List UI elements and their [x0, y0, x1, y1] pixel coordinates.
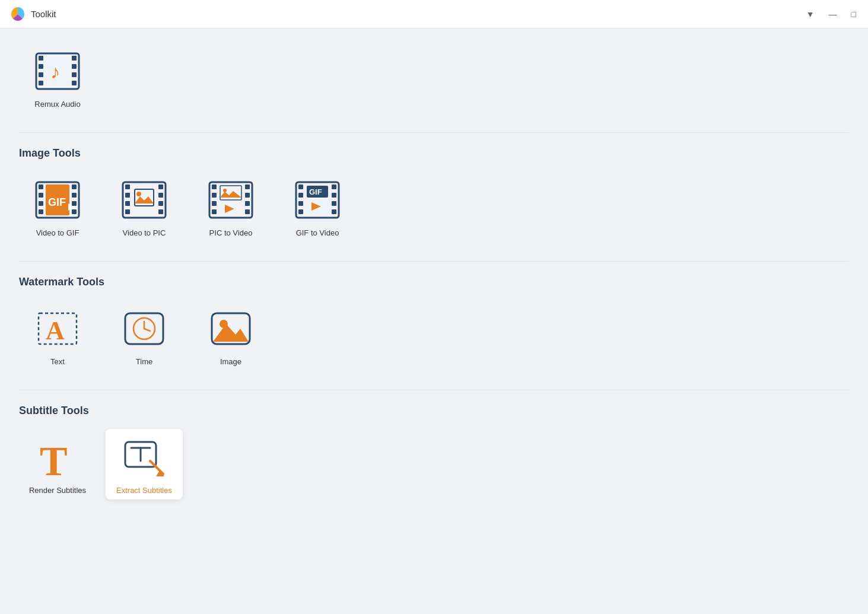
svg-rect-32 [158, 209, 163, 214]
pic-to-video-icon [207, 176, 255, 224]
svg-text:A: A [46, 316, 65, 345]
svg-rect-13 [39, 184, 43, 189]
audio-tools-grid: ♪ Remux Audio [19, 43, 849, 113]
watermark-text-icon: A [34, 305, 81, 352]
svg-rect-6 [72, 56, 77, 61]
video-to-pic-label: Video to PIC [123, 228, 166, 237]
svg-rect-55 [332, 193, 336, 198]
svg-rect-54 [332, 184, 336, 189]
watermark-tools-title: Watermark Tools [19, 276, 849, 288]
app-title: Toolkit [31, 9, 56, 19]
svg-rect-51 [298, 193, 303, 198]
tool-pic-to-video[interactable]: PIC to Video [192, 171, 269, 242]
svg-rect-27 [125, 201, 130, 206]
svg-rect-30 [158, 193, 163, 198]
remux-audio-label: Remux Audio [34, 100, 80, 109]
svg-rect-53 [298, 209, 303, 214]
svg-rect-40 [212, 209, 217, 214]
tool-remux-audio[interactable]: ♪ Remux Audio [19, 43, 96, 113]
svg-rect-8 [72, 72, 77, 77]
divider-image [19, 132, 849, 133]
main-content: ♪ Remux Audio Image Tools [0, 28, 868, 614]
tool-extract-subtitles[interactable]: Extract Subtitles [106, 429, 183, 500]
svg-rect-25 [125, 184, 130, 189]
filter-button[interactable]: ▼ [804, 7, 817, 21]
divider-watermark [19, 261, 849, 262]
remux-audio-icon: ♪ [34, 47, 81, 95]
extract-subtitles-icon [120, 434, 168, 481]
svg-rect-2 [39, 56, 43, 61]
svg-rect-28 [125, 209, 130, 214]
watermark-image-icon [207, 305, 255, 352]
svg-rect-16 [39, 209, 43, 214]
watermark-text-label: Text [50, 357, 65, 366]
image-tools-grid: GIF Video to GIF [19, 171, 849, 242]
svg-rect-57 [332, 209, 336, 214]
svg-rect-7 [72, 64, 77, 69]
svg-rect-20 [72, 209, 77, 214]
svg-rect-14 [39, 193, 43, 198]
tool-watermark-text[interactable]: A Text [19, 300, 96, 371]
watermark-tools-section: Watermark Tools A Text [19, 276, 849, 371]
app-logo-icon [9, 6, 26, 23]
svg-rect-31 [158, 201, 163, 206]
gif-to-video-label: GIF to Video [296, 228, 339, 237]
video-to-gif-label: Video to GIF [36, 228, 80, 237]
svg-rect-15 [39, 201, 43, 206]
svg-rect-56 [332, 201, 336, 206]
svg-rect-4 [39, 72, 43, 77]
tool-watermark-time[interactable]: Time [106, 300, 183, 371]
tool-video-to-gif[interactable]: GIF Video to GIF [19, 171, 96, 242]
svg-text:♪: ♪ [50, 61, 60, 82]
image-tools-title: Image Tools [19, 147, 849, 160]
watermark-time-icon [120, 305, 168, 352]
svg-rect-19 [72, 201, 77, 206]
maximize-button[interactable]: □ [849, 7, 859, 21]
svg-rect-26 [125, 193, 130, 198]
titlebar: Toolkit ▼ — □ [0, 0, 868, 28]
tool-watermark-image[interactable]: Image [192, 300, 269, 371]
subtitle-tools-section: Subtitle Tools T Render Subtitles [19, 405, 849, 500]
watermark-tools-grid: A Text Time [19, 300, 849, 371]
svg-rect-42 [245, 193, 250, 198]
render-subtitles-icon: T [34, 434, 81, 481]
svg-text:T: T [40, 438, 68, 481]
svg-rect-41 [245, 184, 250, 189]
svg-text:GIF: GIF [309, 187, 322, 196]
svg-rect-43 [245, 201, 250, 206]
minimize-button[interactable]: — [826, 7, 840, 21]
watermark-time-label: Time [136, 357, 152, 366]
svg-rect-39 [212, 201, 217, 206]
image-tools-section: Image Tools GIF [19, 147, 849, 242]
svg-line-67 [144, 329, 150, 331]
extract-subtitles-label: Extract Subtitles [116, 486, 172, 495]
svg-rect-50 [298, 184, 303, 189]
svg-rect-9 [72, 81, 77, 85]
video-to-gif-icon: GIF [34, 176, 81, 224]
divider-subtitle [19, 390, 849, 390]
svg-rect-37 [212, 184, 217, 189]
watermark-image-label: Image [220, 357, 241, 366]
svg-rect-18 [72, 193, 77, 198]
gif-to-video-icon: GIF [294, 176, 341, 224]
svg-text:GIF: GIF [48, 196, 66, 208]
tool-render-subtitles[interactable]: T Render Subtitles [19, 429, 96, 500]
tool-video-to-pic[interactable]: Video to PIC [106, 171, 183, 242]
svg-point-35 [136, 192, 141, 196]
svg-rect-5 [39, 81, 43, 85]
svg-rect-29 [158, 184, 163, 189]
pic-to-video-label: PIC to Video [209, 228, 253, 237]
svg-rect-44 [245, 209, 250, 214]
subtitle-tools-grid: T Render Subtitles Extract Subtitles [19, 429, 849, 500]
titlebar-left: Toolkit [9, 6, 56, 23]
video-to-pic-icon [120, 176, 168, 224]
subtitle-tools-title: Subtitle Tools [19, 405, 849, 417]
tool-gif-to-video[interactable]: GIF GIF to Video [279, 171, 356, 242]
svg-rect-52 [298, 201, 303, 206]
svg-rect-38 [212, 193, 217, 198]
render-subtitles-label: Render Subtitles [29, 486, 86, 495]
titlebar-controls: ▼ — □ [804, 7, 859, 21]
svg-rect-3 [39, 64, 43, 69]
svg-rect-17 [72, 184, 77, 189]
